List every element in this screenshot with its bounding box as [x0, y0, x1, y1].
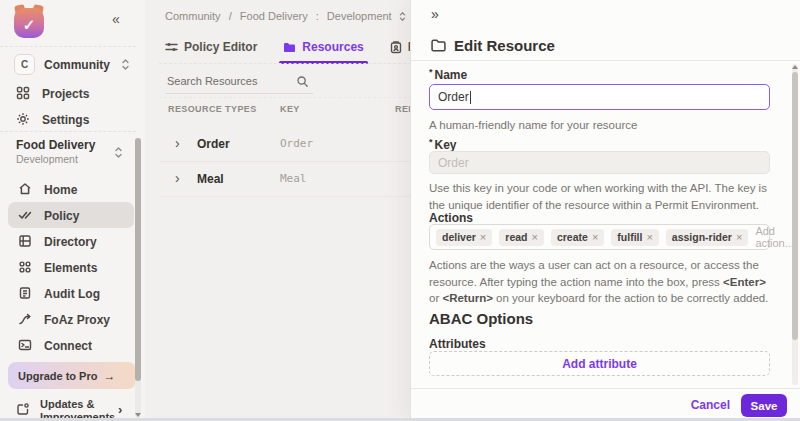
- chevron-updown-icon: [120, 58, 131, 71]
- action-tag[interactable]: deliver×: [436, 229, 492, 246]
- folder-outline-icon: [431, 39, 446, 52]
- column-header-resource-types: RESOURCE TYPES: [168, 104, 257, 114]
- drawer-footer: Cancel Save: [411, 388, 800, 421]
- updates-icon: [16, 402, 30, 416]
- key-help-text: Use this key in your code or when workin…: [429, 180, 777, 213]
- resource-name: Meal: [197, 172, 224, 186]
- remove-tag-icon[interactable]: ×: [736, 231, 742, 243]
- audit-log-icon: [18, 286, 32, 300]
- sidebar: ✓ « C Community Projects Settings Food D…: [0, 0, 145, 421]
- remove-tag-icon[interactable]: ×: [531, 231, 537, 243]
- sidebar-item-foaz-proxy[interactable]: FoAz Proxy: [8, 306, 134, 332]
- drawer-scrollbar-thumb[interactable]: [792, 72, 798, 340]
- abac-options-title: ABAC Options: [429, 310, 533, 327]
- sidebar-collapse-icon[interactable]: «: [112, 11, 119, 27]
- action-tag[interactable]: assign-rider×: [666, 229, 749, 246]
- search-placeholder: Search Resources: [167, 75, 258, 87]
- sidebar-item-audit-log[interactable]: Audit Log: [8, 280, 134, 306]
- tab-resources[interactable]: Resources: [283, 40, 363, 64]
- grid-icon: [16, 86, 30, 100]
- resource-key: Meal: [280, 172, 307, 185]
- expand-chevron-icon[interactable]: ›: [175, 170, 180, 186]
- home-icon: [18, 182, 32, 196]
- chevron-updown-icon[interactable]: [398, 11, 407, 22]
- action-tag[interactable]: fulfill×: [611, 229, 659, 246]
- required-asterisk: *: [429, 67, 433, 77]
- action-tag[interactable]: create×: [551, 229, 604, 246]
- permit-logo[interactable]: ✓: [14, 8, 44, 38]
- resource-name: Order: [197, 137, 230, 151]
- sidebar-item-label: Policy: [44, 209, 79, 223]
- breadcrumb-org[interactable]: Community: [165, 10, 221, 22]
- scroll-up-arrow[interactable]: [792, 65, 798, 69]
- org-name: Community: [44, 58, 110, 72]
- sidebar-item-label: Home: [44, 183, 77, 197]
- drawer-expand-icon[interactable]: »: [431, 6, 438, 22]
- scroll-down-arrow[interactable]: [135, 413, 141, 417]
- name-input[interactable]: Order: [429, 84, 770, 110]
- action-tag[interactable]: read×: [499, 229, 544, 246]
- search-input[interactable]: Search Resources: [165, 71, 313, 94]
- name-field-label: *Name: [429, 67, 467, 82]
- key-input-disabled: Order: [429, 151, 770, 174]
- remove-tag-icon[interactable]: ×: [480, 231, 486, 243]
- name-input-value: Order: [438, 90, 469, 104]
- actions-field-label: Actions: [429, 211, 473, 225]
- actions-help-text: Actions are the ways a user can act on a…: [429, 257, 777, 307]
- attributes-label: Attributes: [429, 337, 486, 351]
- sidebar-item-label: Elements: [44, 261, 97, 275]
- upgrade-label: Upgrade to Pro: [18, 370, 97, 382]
- remove-tag-icon[interactable]: ×: [646, 231, 652, 243]
- drawer-scrollbar[interactable]: [792, 64, 798, 385]
- breadcrumb-colon: :: [316, 10, 319, 22]
- sidebar-item-label: Settings: [42, 113, 89, 127]
- workspace-name[interactable]: Food Delivery: [16, 138, 95, 152]
- sliders-icon: [165, 41, 178, 53]
- badge-icon: [390, 41, 402, 54]
- org-avatar: C: [14, 54, 35, 75]
- sidebar-item-label: Projects: [42, 87, 89, 101]
- sidebar-item-label: Audit Log: [44, 287, 100, 301]
- sidebar-item-home[interactable]: Home: [8, 176, 134, 202]
- elements-icon: [18, 260, 32, 274]
- key-field-label: *Key: [429, 137, 457, 152]
- add-attribute-button[interactable]: Add attribute: [429, 351, 770, 376]
- sidebar-item-elements[interactable]: Elements: [8, 254, 134, 280]
- chevron-right-icon: ›: [118, 402, 122, 417]
- sidebar-item-label: Connect: [44, 339, 92, 353]
- text-caret: [470, 91, 471, 104]
- return-key-hint: <Return>: [442, 292, 493, 304]
- actions-tag-input[interactable]: deliver× read× create× fulfill× assign-r…: [429, 224, 770, 250]
- save-button[interactable]: Save: [741, 394, 787, 417]
- sidebar-item-projects[interactable]: Projects: [0, 82, 136, 106]
- folder-icon: [283, 42, 296, 53]
- tab-policy-editor[interactable]: Policy Editor: [165, 40, 257, 64]
- updates-label-line1: Updates &: [40, 398, 94, 410]
- sidebar-scrollbar[interactable]: [135, 138, 141, 418]
- breadcrumb-environment[interactable]: Development: [327, 10, 392, 22]
- resource-key: Order: [280, 137, 313, 150]
- sidebar-scrollbar-thumb[interactable]: [135, 138, 141, 381]
- enter-key-hint: <Enter>: [723, 276, 766, 288]
- sidebar-item-policy[interactable]: Policy: [8, 202, 134, 228]
- policy-doublecheck-icon: [18, 208, 32, 222]
- breadcrumb-project[interactable]: Food Delivery: [240, 10, 308, 22]
- add-action-placeholder: Add action...: [755, 225, 794, 249]
- search-icon: [296, 75, 309, 88]
- upgrade-to-pro-button[interactable]: Upgrade to Pro →: [8, 362, 136, 389]
- sidebar-item-connect[interactable]: Connect: [8, 332, 134, 358]
- breadcrumb-separator: /: [229, 10, 232, 22]
- remove-tag-icon[interactable]: ×: [592, 231, 598, 243]
- chevron-updown-icon[interactable]: [113, 146, 124, 159]
- sidebar-item-settings[interactable]: Settings: [0, 108, 136, 132]
- cancel-button[interactable]: Cancel: [691, 398, 730, 412]
- edit-resource-drawer: » Edit Resource *Name Order A human-frie…: [410, 0, 800, 421]
- drawer-title-row: Edit Resource: [431, 37, 555, 54]
- divider: [0, 131, 136, 132]
- expand-chevron-icon[interactable]: ›: [175, 135, 180, 151]
- org-selector[interactable]: C Community: [0, 53, 136, 77]
- divider: [0, 46, 136, 47]
- terminal-icon: [18, 338, 32, 352]
- directory-icon: [18, 234, 32, 248]
- sidebar-item-directory[interactable]: Directory: [8, 228, 134, 254]
